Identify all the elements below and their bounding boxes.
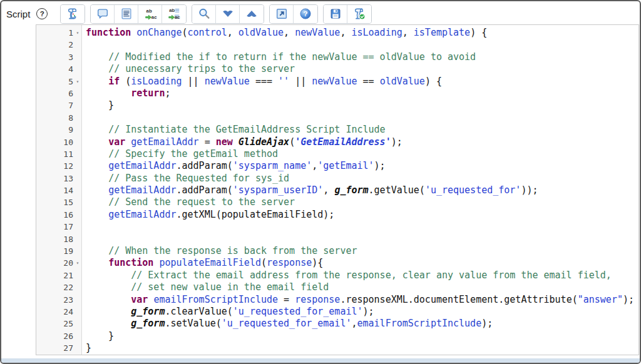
code-text[interactable]: g_form.clearValue('u_requested_for_email… [82,306,374,318]
line-number: 17 [63,221,73,233]
fold-toggle-icon[interactable]: ▾ [73,257,82,269]
open-new-window-button[interactable] [270,5,294,23]
code-token: 'u_requested_for_email' [222,318,352,329]
gutter-cell: 20▾ [36,257,82,269]
svg-text:ab: ab [146,8,151,14]
code-token: // Pass the Requested for sys_id [108,173,289,184]
code-token: ); [363,306,374,317]
toolbar-group [60,4,85,24]
line-number: 14 [63,185,73,196]
toolbar: Script ? abacabac? [6,3,377,24]
code-token: , [403,27,414,38]
line-number: 13 [63,173,73,185]
gutter-cell: 21 [36,270,82,281]
code-line: 1▾function onChange(control, oldValue, n… [36,27,638,39]
script-scroll-icon [66,7,79,21]
code-text[interactable]: // When the response is back from the se… [82,245,357,257]
code-token: response [295,294,340,305]
code-text[interactable]: } [82,342,91,354]
code-text[interactable]: } [82,99,114,111]
code-text[interactable]: // unecessary trips to the server [82,63,295,75]
code-editor[interactable]: 1▾function onChange(control, oldValue, n… [36,24,639,355]
save-button[interactable] [324,5,347,23]
toggle-comment-button[interactable] [91,5,115,23]
line-number: 25 [63,318,73,330]
field-help-icon[interactable]: ? [36,8,48,19]
code-text[interactable]: return; [82,88,170,99]
code-line: 25 g_form.setValue('u_requested_for_emai… [36,318,638,330]
replace-button[interactable]: abac [138,5,162,23]
code-text[interactable]: // Instantiate the GetEmailAddress Scrip… [82,124,386,136]
toolbar-group [192,4,264,24]
code-text[interactable] [82,233,86,245]
code-text[interactable]: // Modified the if to return if the newV… [82,51,476,63]
code-text[interactable]: // set new value in the email field [82,281,329,293]
format-code-button[interactable] [115,5,138,23]
check-syntax-button[interactable] [347,5,371,23]
chevron-up-icon [245,7,259,21]
code-token: // Specify the getEmail method [108,148,278,159]
code-text[interactable]: var emailFromScriptInclude = response.re… [82,294,634,306]
gutter-cell: 18 [36,233,82,245]
editor-help-button[interactable]: ? [294,5,317,23]
fold-toggle-icon[interactable]: ▾ [73,27,82,39]
code-token [86,88,131,99]
code-token: .getValue( [369,185,425,196]
gutter-cell: 14 [36,185,82,196]
code-token [86,281,131,293]
code-line: 27} [36,342,638,354]
code-token: getEmailAddr [131,136,198,148]
gutter-cell: 19 [36,245,82,257]
line-number: 22 [63,281,73,293]
code-token [86,63,108,74]
code-text[interactable] [82,39,86,51]
code-token: 'u_requested_for' [425,185,521,196]
line-number: 8 [68,112,73,124]
gutter-cell: 2 [36,39,82,51]
code-token: '' [278,76,289,87]
line-number: 11 [63,148,73,160]
code-text[interactable]: // Send the request to the server [82,196,295,208]
gutter-cell: 23 [36,294,82,306]
code-text[interactable]: } [82,330,114,342]
scroll-check-icon [352,7,366,21]
code-text[interactable]: // Extract the email address from the re… [82,270,612,281]
code-text[interactable]: g_form.setValue('u_requested_for_email',… [82,318,493,330]
replace-all-button[interactable]: abac [162,5,186,23]
code-line: 15 // Send the request to the server [36,196,638,208]
code-line: 5▾ if (isLoading || newValue === '' || n… [36,76,638,88]
find-next-button[interactable] [216,5,240,23]
gutter-cell: 16 [36,209,82,221]
code-token: } [86,342,91,353]
comment-icon [96,7,110,21]
code-text[interactable]: if (isLoading || newValue === '' || newV… [82,76,442,88]
code-text[interactable]: // Specify the getEmail method [82,148,278,160]
code-text[interactable]: function populateEmailField(response){ [82,257,323,269]
toggle-syntax-highlighting-button[interactable] [61,5,85,23]
code-text[interactable]: getEmailAddr.addParam('sysparm_userID', … [82,185,538,196]
code-text[interactable]: var getEmailAddr = new GlideAjax('GetEma… [82,136,403,148]
code-text[interactable]: function onChange(control, oldValue, new… [82,27,487,39]
line-number: 26 [63,330,73,342]
replace-all-icon: abac [167,7,181,21]
find-previous-button[interactable] [240,5,264,23]
code-text[interactable] [82,221,86,233]
code-line: 7 } [36,99,638,111]
code-token: 'sysparm_name' [233,160,312,171]
code-text[interactable]: getEmailAddr.addParam('sysparm_name','ge… [82,160,386,172]
code-token: ); [391,136,403,148]
code-token: newValue [205,76,250,87]
code-token: function [86,27,131,38]
code-token: ){ [312,257,323,268]
code-text[interactable]: getEmailAddr.getXML(populateEmailField); [82,209,334,221]
popout-icon [275,7,289,21]
code-token: .addParam( [177,160,233,171]
line-number: 4 [68,63,73,75]
code-rows: 1▾function onChange(control, oldValue, n… [36,27,638,355]
search-button[interactable] [192,5,216,23]
fold-toggle-icon[interactable]: ▾ [73,76,82,88]
code-text[interactable] [82,112,86,124]
code-text[interactable]: // Pass the Requested for sys_id [82,173,289,185]
code-token: .setValue( [165,318,221,329]
code-line: 13 // Pass the Requested for sys_id [36,173,638,185]
